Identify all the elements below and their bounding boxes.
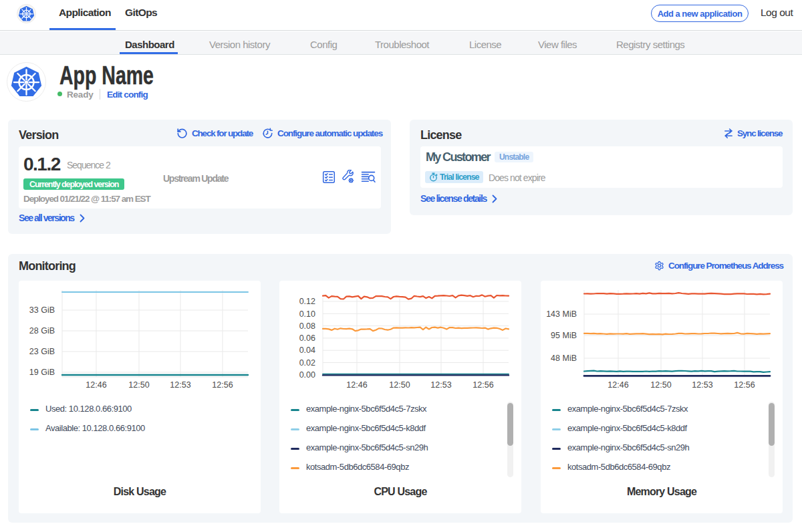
svg-text:0.10: 0.10 [299,309,315,319]
svg-text:143 MiB: 143 MiB [546,309,577,319]
svg-text:0.04: 0.04 [299,346,315,355]
svg-text:0.00: 0.00 [299,370,315,380]
svg-text:33 GiB: 33 GiB [29,305,55,315]
svg-text:0.06: 0.06 [299,334,315,343]
svg-text:12:56: 12:56 [734,380,755,390]
svg-text:12:50: 12:50 [389,380,410,390]
svg-text:0.08: 0.08 [299,321,315,331]
svg-text:95 MiB: 95 MiB [551,331,577,340]
svg-text:48 MiB: 48 MiB [551,354,577,363]
svg-text:12:50: 12:50 [128,380,149,390]
svg-text:12:46: 12:46 [86,380,106,390]
svg-text:19 GiB: 19 GiB [29,368,55,377]
svg-text:12:56: 12:56 [473,380,493,390]
svg-text:12:46: 12:46 [346,380,367,390]
svg-text:12:53: 12:53 [430,380,451,390]
svg-text:12:46: 12:46 [608,380,628,390]
svg-text:12:53: 12:53 [170,380,190,390]
svg-text:12:50: 12:50 [650,380,671,390]
svg-text:12:56: 12:56 [212,380,233,390]
svg-text:23 GiB: 23 GiB [29,347,55,356]
svg-text:12:53: 12:53 [692,380,712,390]
svg-text:0.02: 0.02 [299,358,315,368]
svg-text:0.12: 0.12 [299,297,315,306]
svg-text:28 GiB: 28 GiB [29,326,55,336]
